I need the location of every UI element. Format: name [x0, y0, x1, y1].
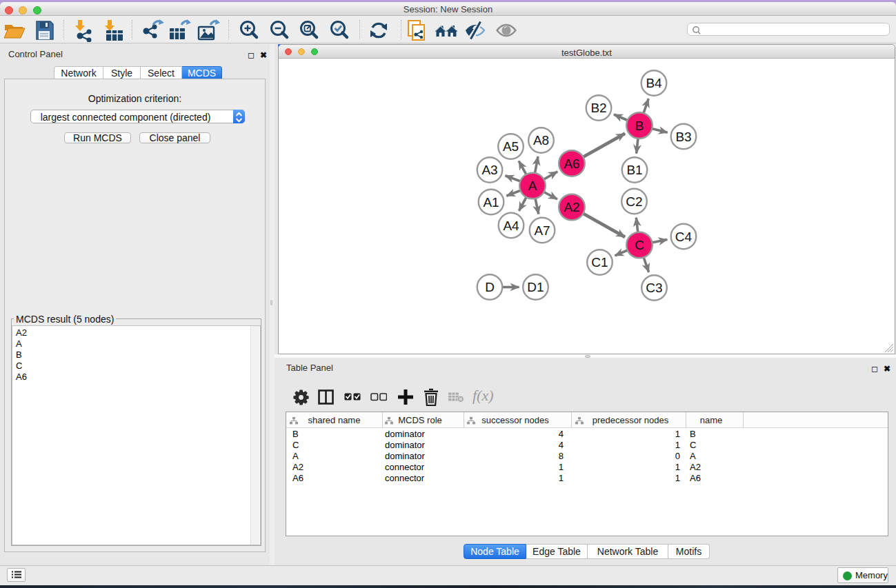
svg-text:A4: A4	[503, 219, 519, 233]
svg-text:B2: B2	[590, 101, 606, 115]
svg-text:B1: B1	[626, 163, 642, 177]
svg-text:B3: B3	[675, 130, 691, 144]
svg-text:B: B	[635, 119, 644, 133]
svg-text:C: C	[635, 238, 644, 252]
svg-text:C3: C3	[646, 281, 662, 295]
svg-text:A3: A3	[481, 163, 497, 177]
svg-text:A6: A6	[564, 156, 579, 171]
svg-text:A7: A7	[534, 223, 550, 238]
svg-text:A1: A1	[483, 195, 499, 210]
svg-text:C1: C1	[591, 255, 608, 270]
svg-text:D1: D1	[527, 280, 544, 294]
svg-text:A5: A5	[503, 139, 519, 154]
svg-text:A: A	[528, 179, 537, 193]
svg-text:A2: A2	[564, 200, 579, 214]
svg-text:C4: C4	[675, 230, 693, 244]
svg-text:B4: B4	[646, 76, 662, 90]
svg-text:A8: A8	[533, 133, 549, 148]
svg-text:D: D	[485, 280, 495, 294]
svg-text:C2: C2	[626, 194, 642, 209]
